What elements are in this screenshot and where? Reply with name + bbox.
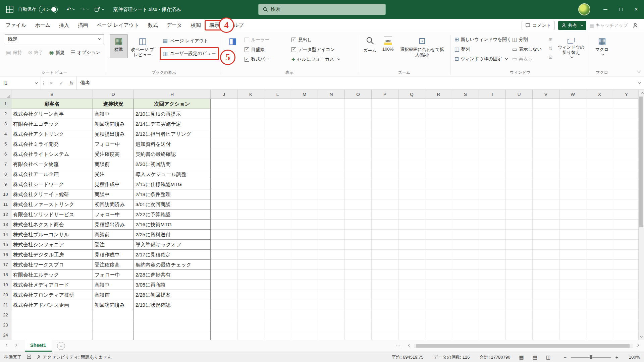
cell-O10[interactable] bbox=[345, 189, 372, 199]
page-layout-view-toggle-icon[interactable]: ▤ bbox=[533, 354, 537, 360]
cell-K11[interactable] bbox=[237, 199, 264, 209]
custom-views-button[interactable]: ▥ ユーザー設定のビュー bbox=[161, 49, 218, 58]
cell-Q22[interactable] bbox=[398, 310, 425, 320]
cell-S12[interactable] bbox=[452, 209, 479, 220]
cell-U1[interactable] bbox=[506, 99, 533, 109]
cell-N8[interactable] bbox=[318, 169, 345, 179]
cell-M8[interactable] bbox=[291, 169, 318, 179]
cell-T14[interactable] bbox=[479, 230, 506, 240]
redo-button[interactable]: ↷ bbox=[77, 3, 91, 15]
cell-W2[interactable] bbox=[559, 109, 586, 119]
cell-U17[interactable] bbox=[506, 260, 533, 270]
cell-N24[interactable] bbox=[318, 330, 345, 340]
cell-O8[interactable] bbox=[345, 169, 372, 179]
cell-L22[interactable] bbox=[264, 310, 291, 320]
cell-D1[interactable]: 進捗状況 bbox=[93, 99, 134, 109]
cell-P12[interactable] bbox=[372, 209, 398, 220]
cell-B20[interactable]: 株式会社フロンティア技研 bbox=[11, 290, 93, 300]
keep-button[interactable]: ▣保持 bbox=[5, 48, 23, 57]
page-break-preview-button[interactable]: ◫ 改ページ プレビュー bbox=[128, 34, 157, 58]
cell-P1[interactable] bbox=[372, 99, 398, 109]
cell-V8[interactable] bbox=[533, 169, 559, 179]
ribbon-tab-6[interactable]: データ bbox=[162, 19, 186, 32]
cell-B14[interactable]: 株式会社ブルーコンサル bbox=[11, 230, 93, 240]
row-header-11[interactable]: 11 bbox=[0, 199, 11, 209]
col-header-U[interactable]: U bbox=[506, 90, 533, 99]
ribbon-tab-5[interactable]: 数式 bbox=[144, 19, 162, 32]
cell-X1[interactable] bbox=[586, 99, 613, 109]
cell-K2[interactable] bbox=[237, 109, 264, 119]
cell-V19[interactable] bbox=[533, 280, 559, 290]
cell-D8[interactable]: 受注 bbox=[93, 169, 134, 179]
cell-V21[interactable] bbox=[533, 300, 559, 310]
cell-S11[interactable] bbox=[452, 199, 479, 209]
cell-T4[interactable] bbox=[479, 129, 506, 139]
cell-S3[interactable] bbox=[452, 119, 479, 129]
cell-Y24[interactable] bbox=[613, 330, 638, 340]
cell-M17[interactable] bbox=[291, 260, 318, 270]
cell-K7[interactable] bbox=[237, 159, 264, 169]
cell-B4[interactable]: 株式会社アクトリンク bbox=[11, 129, 93, 139]
cell-P24[interactable] bbox=[372, 330, 398, 340]
cell-K10[interactable] bbox=[237, 189, 264, 199]
cell-R19[interactable] bbox=[425, 280, 452, 290]
cell-X12[interactable] bbox=[586, 209, 613, 220]
cell-K8[interactable] bbox=[237, 169, 264, 179]
cell-O11[interactable] bbox=[345, 199, 372, 209]
cell-B9[interactable]: 株式会社シードワーク bbox=[11, 179, 93, 189]
cell-K12[interactable] bbox=[237, 209, 264, 220]
cell-J17[interactable] bbox=[211, 260, 237, 270]
cell-Q20[interactable] bbox=[398, 290, 425, 300]
zoom-to-selection-button[interactable]: ⊡ 選択範囲に合わせて拡大/縮小 bbox=[397, 34, 447, 58]
cell-W21[interactable] bbox=[559, 300, 586, 310]
cell-N20[interactable] bbox=[318, 290, 345, 300]
cell-J24[interactable] bbox=[211, 330, 237, 340]
col-header-P[interactable]: P bbox=[372, 90, 398, 99]
row-header-24[interactable]: 24 bbox=[0, 330, 11, 340]
cell-N15[interactable] bbox=[318, 240, 345, 250]
arrange-all-button[interactable]: ◫整列 bbox=[453, 45, 511, 54]
cell-O7[interactable] bbox=[345, 159, 372, 169]
cell-X20[interactable] bbox=[586, 290, 613, 300]
sheet-view-dropdown[interactable]: 既定 bbox=[5, 34, 104, 44]
cell-P14[interactable] bbox=[372, 230, 398, 240]
zoom-slider[interactable] bbox=[571, 357, 611, 358]
reset-window-position-icon[interactable]: ⊡ bbox=[547, 53, 554, 61]
cell-D20[interactable]: 商談前 bbox=[93, 290, 134, 300]
cell-T2[interactable] bbox=[479, 109, 506, 119]
cell-O23[interactable] bbox=[345, 320, 372, 330]
sheet-nav-right-icon[interactable] bbox=[11, 345, 20, 347]
cell-J11[interactable] bbox=[211, 199, 237, 209]
cell-R6[interactable] bbox=[425, 149, 452, 159]
cell-M16[interactable] bbox=[291, 250, 318, 260]
cell-D14[interactable]: 商談前 bbox=[93, 230, 134, 240]
cell-M4[interactable] bbox=[291, 129, 318, 139]
cell-P11[interactable] bbox=[372, 199, 398, 209]
switch-windows-button[interactable]: ウィンドウの切り替え bbox=[555, 34, 587, 63]
cell-S18[interactable] bbox=[452, 270, 479, 280]
cell-Y9[interactable] bbox=[613, 179, 638, 189]
ribbon-tab-1[interactable]: ホーム bbox=[31, 19, 55, 32]
maximize-button[interactable]: □ bbox=[613, 0, 629, 19]
cell-X19[interactable] bbox=[586, 280, 613, 290]
cell-J3[interactable] bbox=[211, 119, 237, 129]
cell-O15[interactable] bbox=[345, 240, 372, 250]
cell-X11[interactable] bbox=[586, 199, 613, 209]
col-header-S[interactable]: S bbox=[452, 90, 479, 99]
cell-L18[interactable] bbox=[264, 270, 291, 280]
cell-O21[interactable] bbox=[345, 300, 372, 310]
cell-R10[interactable] bbox=[425, 189, 452, 199]
cell-J21[interactable] bbox=[211, 300, 237, 310]
cell-V6[interactable] bbox=[533, 149, 559, 159]
formula-bar-expand-icon[interactable] bbox=[633, 76, 644, 89]
cell-U24[interactable] bbox=[506, 330, 533, 340]
document-title[interactable]: 案件管理シート.xlsx • 保存済み bbox=[113, 6, 181, 13]
cell-B24[interactable] bbox=[11, 330, 93, 340]
cell-X14[interactable] bbox=[586, 230, 613, 240]
cell-R24[interactable] bbox=[425, 330, 452, 340]
cell-U22[interactable] bbox=[506, 310, 533, 320]
cell-X24[interactable] bbox=[586, 330, 613, 340]
cell-L1[interactable] bbox=[264, 99, 291, 109]
cell-M14[interactable] bbox=[291, 230, 318, 240]
cell-L7[interactable] bbox=[264, 159, 291, 169]
